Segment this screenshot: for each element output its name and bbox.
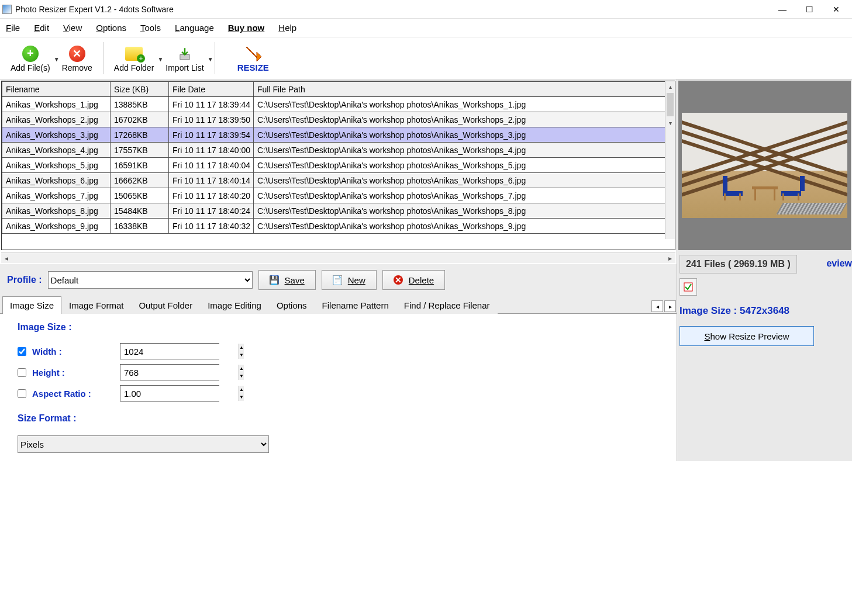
menu-language[interactable]: Language (175, 23, 214, 33)
delete-icon: ✕ (68, 44, 87, 63)
close-button[interactable]: ✕ (823, 1, 850, 18)
spin-up-icon[interactable]: ▲ (239, 386, 244, 393)
width-label: Width : (32, 347, 114, 357)
menu-tools[interactable]: Tools (140, 23, 161, 33)
menu-options[interactable]: Options (96, 23, 126, 33)
tab-scroll-left[interactable]: ◂ (651, 300, 663, 312)
size-format-select[interactable]: Pixels (18, 435, 269, 453)
table-cell: C:\Users\Test\Desktop\Anika's workshop p… (254, 127, 675, 143)
table-row[interactable]: Anikas_Workshops_2.jpg16702KBFri 10 11 1… (2, 112, 675, 127)
table-cell: Anikas_Workshops_8.jpg (2, 203, 111, 219)
menu-help[interactable]: Help (278, 23, 296, 33)
spin-down-icon[interactable]: ▼ (239, 393, 244, 401)
menu-buy-now[interactable]: Buy now (228, 23, 265, 33)
tab-image-format[interactable]: Image Format (61, 296, 131, 314)
spin-down-icon[interactable]: ▼ (239, 351, 244, 359)
col-size[interactable]: Size (KB) (111, 82, 169, 97)
table-row[interactable]: Anikas_Workshops_3.jpg17268KBFri 10 11 1… (2, 127, 675, 143)
vertical-scrollbar[interactable]: ▴ ▾ (665, 81, 675, 239)
file-count-label: 241 Files ( 2969.19 MB ) (679, 255, 797, 274)
height-checkbox[interactable] (18, 368, 26, 377)
titlebar: Photo Resizer Expert V1.2 - 4dots Softwa… (0, 0, 852, 19)
col-filename[interactable]: Filename (2, 82, 111, 97)
profile-save-button[interactable]: 💾Save (258, 270, 316, 290)
table-row[interactable]: Anikas_Workshops_4.jpg17557KBFri 10 11 1… (2, 143, 675, 158)
width-field[interactable] (120, 344, 239, 359)
height-field[interactable] (120, 365, 239, 380)
chevron-down-icon[interactable]: ▼ (208, 56, 213, 63)
import-list-button[interactable]: Import List ▼ (160, 40, 209, 77)
scroll-left-icon[interactable]: ◂ (1, 254, 12, 262)
add-files-button[interactable]: + Add File(s) ▼ (5, 40, 56, 77)
tab-bar: Image SizeImage FormatOutput FolderImage… (0, 296, 677, 314)
toolbar: + Add File(s) ▼ ✕ Remove Add Folder ▼ Im… (0, 37, 852, 79)
maximize-button[interactable]: ☐ (796, 1, 823, 18)
preview-panel: 241 Files ( 2969.19 MB ) eview Image Siz… (677, 79, 852, 461)
spin-down-icon[interactable]: ▼ (239, 372, 244, 380)
tab-filename-pattern[interactable]: Filename Pattern (315, 296, 396, 314)
check-toggle-button[interactable] (679, 278, 697, 296)
table-cell: Fri 10 11 17 18:40:20 (169, 188, 254, 203)
scroll-right-icon[interactable]: ▸ (665, 254, 675, 262)
table-cell: 16338KB (111, 219, 169, 234)
aspect-checkbox[interactable] (18, 389, 26, 398)
scroll-down-icon[interactable]: ▾ (665, 117, 675, 128)
width-input[interactable]: ▲▼ (120, 343, 219, 359)
table-cell: Anikas_Workshops_2.jpg (2, 112, 111, 127)
tab-scroll-right[interactable]: ▸ (664, 300, 676, 312)
tab-output-folder[interactable]: Output Folder (131, 296, 200, 314)
col-date[interactable]: File Date (169, 82, 254, 97)
import-icon (175, 44, 194, 63)
toolbar-separator (215, 42, 215, 74)
table-cell: 17557KB (111, 143, 169, 158)
menubar: File Edit View Options Tools Language Bu… (0, 19, 852, 37)
table-cell: Fri 10 11 17 18:40:14 (169, 173, 254, 188)
spin-up-icon[interactable]: ▲ (239, 344, 244, 351)
table-cell: C:\Users\Test\Desktop\Anika's workshop p… (254, 97, 675, 112)
table-row[interactable]: Anikas_Workshops_6.jpg16662KBFri 10 11 1… (2, 173, 675, 188)
aspect-input[interactable]: ▲▼ (120, 385, 219, 402)
table-cell: 15484KB (111, 203, 169, 219)
add-folder-button[interactable]: Add Folder ▼ (108, 40, 160, 77)
image-dimensions-label: Image Size : 5472x3648 (677, 298, 852, 321)
tab-image-size[interactable]: Image Size (2, 296, 61, 314)
preview-image (682, 113, 847, 218)
profile-delete-button[interactable]: ✕Delete (382, 270, 445, 290)
menu-file[interactable]: File (6, 23, 20, 33)
spin-up-icon[interactable]: ▲ (239, 365, 244, 372)
show-resize-preview-button[interactable]: Show Resize Preview (679, 326, 814, 346)
tab-options[interactable]: Options (269, 296, 315, 314)
minimize-button[interactable]: — (769, 1, 796, 18)
scrollbar-thumb[interactable] (667, 93, 674, 116)
scroll-up-icon[interactable]: ▴ (665, 81, 675, 92)
table-cell: Anikas_Workshops_9.jpg (2, 219, 111, 234)
profile-select[interactable]: Default (48, 271, 253, 289)
table-row[interactable]: Anikas_Workshops_8.jpg15484KBFri 10 11 1… (2, 203, 675, 219)
table-row[interactable]: Anikas_Workshops_7.jpg15065KBFri 10 11 1… (2, 188, 675, 203)
horizontal-scrollbar[interactable]: ◂▸ (1, 252, 675, 263)
plus-icon: + (21, 44, 40, 63)
col-path[interactable]: Full File Path (254, 82, 675, 97)
preview-image-container (678, 81, 851, 250)
table-cell: Anikas_Workshops_6.jpg (2, 173, 111, 188)
table-row[interactable]: Anikas_Workshops_5.jpg16591KBFri 10 11 1… (2, 158, 675, 173)
height-input[interactable]: ▲▼ (120, 364, 219, 380)
table-cell: Fri 10 11 17 18:40:32 (169, 219, 254, 234)
width-checkbox[interactable] (18, 347, 26, 356)
profile-bar: Profile : Default 💾Save 📄New ✕Delete (0, 264, 677, 296)
table-cell: 16702KB (111, 112, 169, 127)
file-table[interactable]: Filename Size (KB) File Date Full File P… (1, 81, 675, 250)
menu-edit[interactable]: Edit (34, 23, 49, 33)
table-row[interactable]: Anikas_Workshops_9.jpg16338KBFri 10 11 1… (2, 219, 675, 234)
remove-button[interactable]: ✕ Remove (56, 40, 98, 77)
tab-find-replace-filenar[interactable]: Find / Replace Filenar (396, 296, 498, 314)
table-cell: 13885KB (111, 97, 169, 112)
profile-new-button[interactable]: 📄New (322, 270, 377, 290)
table-cell: Fri 10 11 17 18:39:44 (169, 97, 254, 112)
aspect-field[interactable] (120, 386, 239, 401)
resize-button[interactable]: RESIZE (220, 40, 287, 77)
menu-view[interactable]: View (63, 23, 82, 33)
tab-image-editing[interactable]: Image Editing (200, 296, 269, 314)
delete-icon: ✕ (394, 275, 403, 285)
table-row[interactable]: Anikas_Workshops_1.jpg13885KBFri 10 11 1… (2, 97, 675, 112)
